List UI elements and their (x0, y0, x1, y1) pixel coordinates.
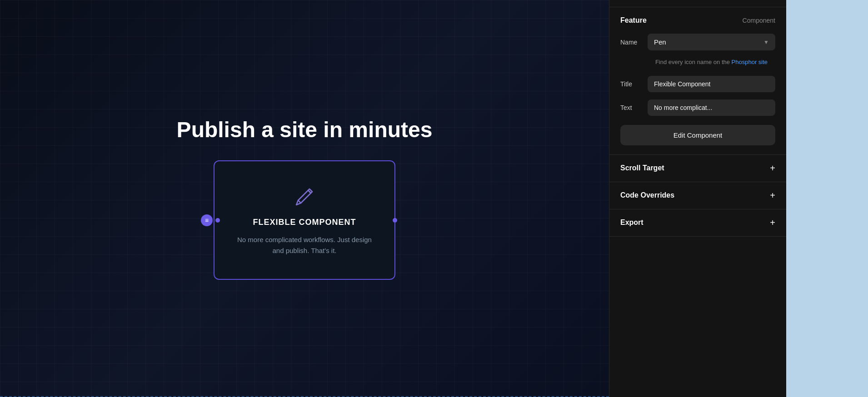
scroll-target-title: Scroll Target (620, 164, 664, 172)
text-label: Text (620, 104, 648, 111)
right-panel: Feature Component Name Pen ▼ Find every … (609, 0, 786, 397)
left-handle-group (201, 214, 220, 226)
card-component-title: FLEXIBLE COMPONENT (253, 218, 356, 227)
feature-type-badge: Component (743, 17, 775, 24)
blue-sidebar (786, 0, 868, 397)
edit-component-button[interactable]: Edit Component (620, 125, 775, 145)
panel-top-spacer (609, 0, 786, 7)
page-title: Publish a site in minutes (177, 117, 433, 142)
text-form-row: Text No more complicat... (620, 99, 775, 116)
feature-card[interactable]: FLEXIBLE COMPONENT No more complicated w… (214, 160, 395, 280)
code-overrides-title: Code Overrides (620, 191, 674, 199)
pen-icon (292, 184, 317, 209)
name-dropdown-value: Pen (654, 38, 666, 46)
name-form-row: Name Pen ▼ (620, 34, 775, 50)
phosphor-link[interactable]: Phosphor site (732, 59, 768, 65)
feature-card-wrapper: FLEXIBLE COMPONENT No more complicated w… (214, 160, 395, 280)
feature-section-header: Feature Component (620, 16, 775, 25)
feature-section-title: Feature (620, 16, 647, 25)
name-dropdown[interactable]: Pen ▼ (648, 34, 775, 50)
chevron-down-icon: ▼ (763, 39, 769, 45)
text-input[interactable]: No more complicat... (648, 99, 775, 116)
title-input[interactable]: Flexible Component (648, 76, 775, 92)
canvas-area: Publish a site in minutes FLEXIBLE COMPO… (0, 0, 609, 397)
feature-section: Feature Component Name Pen ▼ Find every … (609, 7, 786, 155)
export-section[interactable]: Export + (609, 209, 786, 237)
resize-handle-left[interactable] (215, 218, 220, 223)
resize-handle-right[interactable] (393, 218, 397, 223)
export-title: Export (620, 218, 644, 227)
scroll-target-plus-icon[interactable]: + (770, 163, 775, 174)
scroll-target-section[interactable]: Scroll Target + (609, 155, 786, 182)
code-overrides-plus-icon[interactable]: + (770, 190, 775, 201)
name-label: Name (620, 39, 648, 46)
menu-handle[interactable] (201, 214, 213, 226)
card-component-text: No more complicated workflows. Just desi… (233, 234, 376, 256)
export-plus-icon[interactable]: + (770, 218, 775, 228)
icon-hint-text: Find every icon name on the Phosphor sit… (648, 58, 775, 67)
title-form-row: Title Flexible Component (620, 76, 775, 92)
title-label: Title (620, 80, 648, 88)
code-overrides-section[interactable]: Code Overrides + (609, 182, 786, 209)
